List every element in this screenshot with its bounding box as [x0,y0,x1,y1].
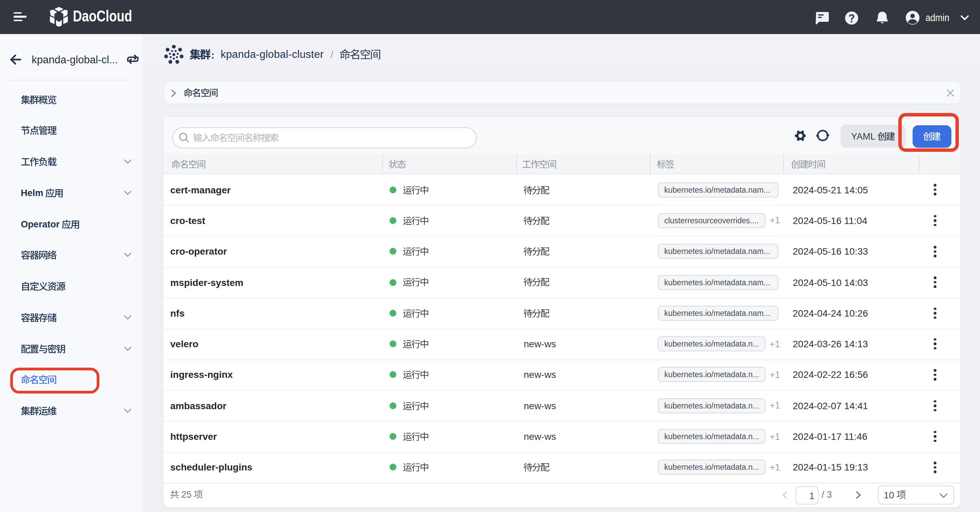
svg-text:DaoCloud: DaoCloud [73,7,132,25]
svg-text:admin: admin [926,12,949,23]
